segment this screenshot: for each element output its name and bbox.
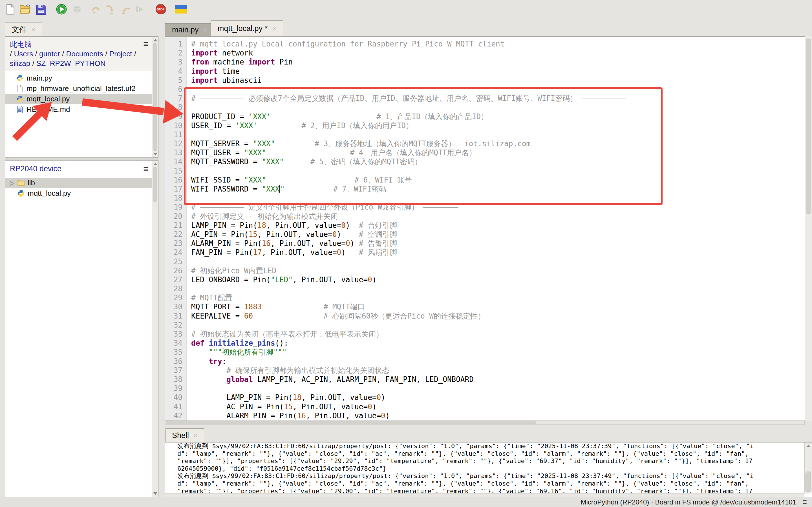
run-icon <box>56 4 67 15</box>
step-into-button[interactable] <box>103 2 116 16</box>
device-panel-menu-icon[interactable]: ≡ <box>143 165 149 173</box>
code-text: # —————————— 定义4个引脚用于控制四个外设（Pico W兼容引脚） … <box>186 203 458 212</box>
code-line: 11 <box>165 130 804 139</box>
folder-row[interactable]: ▷lib <box>5 178 158 188</box>
line-number: 23 <box>165 239 186 248</box>
line-number: 8 <box>165 103 186 112</box>
tree-item-label: lib <box>28 179 35 187</box>
code-text: LAMP_PIN = Pin(18, Pin.OUT, value=0) # 台… <box>186 221 397 230</box>
code-line: 30MQTT_PORT = 1883 # MQTT端口 <box>165 302 804 311</box>
file-row[interactable]: mp_firmware_unofficial_latest.uf2 <box>5 83 158 94</box>
file-row[interactable]: README.md <box>5 104 158 115</box>
interpreter-status-label[interactable]: MicroPython (RP2040) · Board in FS mode … <box>581 498 797 506</box>
code-line: 42 ALARM_PIN = Pin(16, Pin.OUT, value=0) <box>165 411 804 420</box>
line-number: 32 <box>165 321 186 330</box>
resume-button[interactable] <box>133 2 146 16</box>
files-scrollbar[interactable] <box>152 37 158 158</box>
line-number: 31 <box>165 312 186 321</box>
shell-output: 发布消息到 $sys/99/02:FA:83:C1:FD:60/silizap/… <box>165 443 812 495</box>
shell-line: 发布消息到 $sys/99/02:FA:83:C1:FD:60/silizap/… <box>165 443 812 450</box>
code-text <box>186 284 191 293</box>
close-icon[interactable]: × <box>272 25 276 32</box>
code-text: import time <box>186 67 240 76</box>
scroll-up-icon <box>152 161 158 167</box>
code-line: 21LAMP_PIN = Pin(18, Pin.OUT, value=0) #… <box>165 221 804 230</box>
save-button[interactable] <box>35 2 47 16</box>
breadcrumb-separator: / <box>134 50 136 58</box>
file-row[interactable]: mqtt_local.py <box>5 188 158 199</box>
tab-label: main.py <box>172 25 199 34</box>
line-number: 29 <box>165 293 186 302</box>
shell-hscrollbar[interactable] <box>165 493 804 497</box>
new-file-icon <box>6 4 15 15</box>
close-icon[interactable]: × <box>203 26 207 34</box>
open-file-button[interactable] <box>18 2 32 16</box>
python-icon <box>15 74 24 82</box>
stop-button[interactable]: STOP <box>154 2 167 16</box>
new-file-button[interactable] <box>4 2 17 16</box>
scroll-down-icon <box>152 151 158 157</box>
python-icon <box>15 95 24 103</box>
device-panel-title[interactable]: RP2040 device <box>10 165 61 173</box>
breadcrumb-link[interactable]: gunter <box>37 50 62 58</box>
tab-shell[interactable]: Shell × <box>165 429 204 442</box>
editor-tab-strip: main.py × mqtt_local.py * × <box>165 18 812 36</box>
files-panel-menu-icon[interactable]: ≡ <box>143 40 149 48</box>
run-button[interactable] <box>55 2 68 16</box>
code-line: 36 try: <box>165 357 804 366</box>
code-line: 35 """初始化所有引脚""" <box>165 348 804 356</box>
code-line: 22AC_PIN = Pin(15, Pin.OUT, value=0) # 空… <box>165 230 804 239</box>
breadcrumb-link[interactable]: SZ_RP2W_PYTHON <box>35 59 106 68</box>
code-text <box>186 85 191 94</box>
shell-vscrollbar[interactable] <box>804 443 812 494</box>
code-line: 9PRODUCT_ID = 'XXX' # 1、产品ID（填入你的产品ID） <box>165 112 804 121</box>
status-menu-icon[interactable]: ≡ <box>802 498 807 506</box>
breadcrumb-separator: / <box>32 59 34 68</box>
code-text: AC_PIN = Pin(15, Pin.OUT, value=0) <box>186 402 376 411</box>
python-icon <box>17 189 25 197</box>
step-out-icon <box>121 4 132 15</box>
tab-mqtt-local-py[interactable]: mqtt_local.py * × <box>211 20 283 36</box>
close-icon[interactable]: × <box>31 26 36 33</box>
file-row[interactable]: mqtt_local.py <box>5 94 158 104</box>
editor-vscrollbar[interactable] <box>805 36 812 421</box>
this-computer-label[interactable]: 此电脑 <box>10 40 147 49</box>
code-line: 10USER_ID = 'XXX' # 2、用户ID（填入你的用户ID） <box>165 121 804 130</box>
editor-hscrollbar[interactable] <box>165 421 805 425</box>
breadcrumb-link[interactable]: Project <box>107 50 134 58</box>
panel-splitter[interactable] <box>5 158 158 160</box>
expand-triangle-icon[interactable]: ▷ <box>10 180 16 186</box>
editor-column: main.py × mqtt_local.py * × 1# mqtt_loca… <box>165 18 812 497</box>
code-line: 29# MQTT配置 <box>165 293 804 302</box>
close-icon[interactable]: × <box>193 432 198 439</box>
language-flag-button[interactable] <box>174 2 187 16</box>
folder-icon <box>17 180 25 186</box>
line-number: 2 <box>165 48 186 57</box>
step-over-button[interactable] <box>90 2 103 16</box>
status-bar: MicroPython (RP2040) · Board in FS mode … <box>0 497 812 507</box>
code-text <box>186 257 191 266</box>
tab-main-py[interactable]: main.py × <box>165 23 214 36</box>
code-text: ALARM_PIN = Pin(16, Pin.OUT, value=0) # … <box>186 239 397 248</box>
tab-files[interactable]: 文件 × <box>5 22 42 36</box>
code-line: 12MQTT_SERVER = "XXX" # 3、服务器地址（填入你的MQTT… <box>165 139 804 148</box>
device-scrollbar[interactable] <box>152 161 158 497</box>
breadcrumb-link[interactable]: silizap <box>10 59 32 68</box>
line-number: 16 <box>165 175 186 184</box>
shell-panel[interactable]: 发布消息到 $sys/99/02:FA:83:C1:FD:60/silizap/… <box>165 442 812 497</box>
breadcrumb-link[interactable]: Users <box>12 50 35 58</box>
code-text: LAMP_PIN = Pin(18, Pin.OUT, value=0) <box>186 393 386 402</box>
breadcrumb-link[interactable]: Documents <box>64 50 105 58</box>
line-number: 36 <box>165 357 186 366</box>
code-text: from machine import Pin <box>186 57 293 66</box>
code-line: 40 LAMP_PIN = Pin(18, Pin.OUT, value=0) <box>165 393 804 402</box>
code-line: 26# 初始化Pico W内置LED <box>165 266 804 275</box>
line-number: 13 <box>165 148 186 157</box>
step-out-button[interactable] <box>120 2 133 16</box>
file-row[interactable]: main.py <box>5 73 158 83</box>
code-editor[interactable]: 1# mqtt_local.py Local configuration for… <box>165 36 812 421</box>
line-number: 12 <box>165 139 186 148</box>
svg-text:STOP: STOP <box>157 8 164 11</box>
debug-button[interactable] <box>70 2 84 16</box>
shell-line: 62645059000}, "did": "f0516a9147cef8c115… <box>165 465 812 473</box>
